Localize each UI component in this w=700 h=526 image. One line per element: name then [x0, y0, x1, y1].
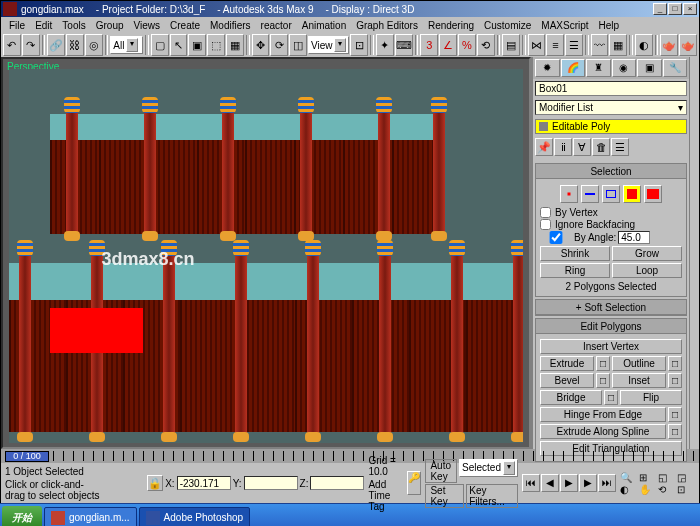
object-name-field[interactable]: Box01	[535, 81, 687, 96]
pan-button[interactable]: ✋	[639, 484, 657, 495]
subobj-edge[interactable]	[581, 185, 599, 203]
outline-button[interactable]: Outline	[612, 356, 666, 371]
menu-help[interactable]: Help	[595, 20, 624, 31]
set-key-big-button[interactable]: 🔑	[407, 471, 421, 495]
bevel-button[interactable]: Bevel	[540, 373, 594, 388]
y-field[interactable]	[244, 476, 298, 490]
configure-button[interactable]: ☰	[611, 138, 629, 156]
snap-button[interactable]: 3	[420, 34, 438, 56]
manip-button[interactable]: ✦	[376, 34, 394, 56]
extrude-spline-button[interactable]: Extrude Along Spline	[540, 424, 666, 439]
zoom-extents-all-button[interactable]: ◲	[677, 472, 695, 483]
angle-snap-button[interactable]: ∠	[439, 34, 457, 56]
material-editor-button[interactable]: ◐	[635, 34, 653, 56]
menu-rendering[interactable]: Rendering	[424, 20, 478, 31]
taskbar-photoshop[interactable]: Adobe Photoshop	[139, 507, 251, 527]
align-button[interactable]: ≡	[546, 34, 564, 56]
flip-button[interactable]: Flip	[620, 390, 682, 405]
frame-indicator[interactable]: 0 / 100	[5, 451, 49, 462]
x-field[interactable]	[177, 476, 231, 490]
time-slider[interactable]: 0 / 100	[0, 449, 700, 463]
redo-button[interactable]: ↷	[22, 34, 40, 56]
goto-start-button[interactable]: ⏮	[522, 474, 540, 492]
bridge-settings-button[interactable]: □	[604, 390, 618, 405]
pivot-button[interactable]: ⊡	[350, 34, 368, 56]
selection-filter-combo[interactable]: All▾	[110, 36, 143, 54]
rollout-edit-polygons-header[interactable]: Edit Polygons	[536, 319, 686, 334]
mirror-button[interactable]: ⋈	[528, 34, 546, 56]
hinge-settings-button[interactable]: □	[668, 407, 682, 422]
keyfilters-button[interactable]: Key Filters...	[466, 484, 518, 508]
next-frame-button[interactable]: ▶	[579, 474, 597, 492]
menu-modifiers[interactable]: Modifiers	[206, 20, 255, 31]
extrude-settings-button[interactable]: □	[596, 356, 610, 371]
menu-create[interactable]: Create	[166, 20, 204, 31]
by-vertex-checkbox[interactable]: By Vertex	[540, 207, 682, 218]
unique-button[interactable]: ∀	[573, 138, 591, 156]
bevel-settings-button[interactable]: □	[596, 373, 610, 388]
subobj-border[interactable]	[602, 185, 620, 203]
prev-frame-button[interactable]: ◀	[541, 474, 559, 492]
zoom-extents-button[interactable]: ◱	[658, 472, 676, 483]
by-angle-checkbox[interactable]: By Angle:	[540, 231, 682, 244]
subobj-element[interactable]	[644, 185, 662, 203]
render-scene-button[interactable]: 🫖	[660, 34, 678, 56]
undo-button[interactable]: ↶	[3, 34, 21, 56]
select-name-button[interactable]: ▣	[188, 34, 206, 56]
select-arrow-button[interactable]: ↖	[170, 34, 188, 56]
tab-display[interactable]: ▣	[637, 59, 662, 77]
tab-modify[interactable]: 🌈	[561, 59, 586, 77]
window-crossing-button[interactable]: ▦	[226, 34, 244, 56]
rollout-soft-selection[interactable]: + Soft Selection	[535, 299, 687, 316]
inset-button[interactable]: Inset	[612, 373, 666, 388]
move-button[interactable]: ✥	[252, 34, 270, 56]
outline-settings-button[interactable]: □	[668, 356, 682, 371]
refcoord-combo[interactable]: View▾	[308, 36, 350, 54]
menu-maxscript[interactable]: MAXScript	[537, 20, 592, 31]
autokey-button[interactable]: Auto Key	[425, 459, 457, 483]
pct-snap-button[interactable]: %	[458, 34, 476, 56]
link-button[interactable]: 🔗	[47, 34, 65, 56]
select-rect-button[interactable]: ⬚	[207, 34, 225, 56]
zoom-all-button[interactable]: ⊞	[639, 472, 657, 483]
grow-button[interactable]: Grow	[612, 246, 682, 261]
fov-button[interactable]: ◐	[620, 484, 638, 495]
maximize-viewport-button[interactable]: ⊡	[677, 484, 695, 495]
spinner-snap-button[interactable]: ⟲	[477, 34, 495, 56]
viewport-perspective[interactable]: Perspective 3dmax8.cn	[1, 57, 531, 449]
play-button[interactable]: ▶	[560, 474, 578, 492]
bridge-button[interactable]: Bridge	[540, 390, 602, 405]
remove-mod-button[interactable]: 🗑	[592, 138, 610, 156]
close-button[interactable]: ×	[683, 3, 697, 15]
angle-spinner[interactable]	[618, 231, 650, 244]
select-button[interactable]: ▢	[151, 34, 169, 56]
menu-edit[interactable]: Edit	[31, 20, 56, 31]
tab-motion[interactable]: ◉	[612, 59, 637, 77]
inset-settings-button[interactable]: □	[668, 373, 682, 388]
menu-group[interactable]: Group	[92, 20, 128, 31]
start-button[interactable]: 开始	[2, 506, 42, 527]
minimize-button[interactable]: _	[653, 3, 667, 15]
quick-render-button[interactable]: 🫖	[679, 34, 697, 56]
extrude-spline-settings-button[interactable]: □	[668, 424, 682, 439]
named-sel-button[interactable]: ▤	[502, 34, 520, 56]
hinge-button[interactable]: Hinge From Edge	[540, 407, 666, 422]
show-end-button[interactable]: ⅱ	[554, 138, 572, 156]
zoom-button[interactable]: 🔍	[620, 472, 638, 483]
menu-customize[interactable]: Customize	[480, 20, 535, 31]
menu-reactor[interactable]: reactor	[257, 20, 296, 31]
ignore-backfacing-checkbox[interactable]: Ignore Backfacing	[540, 219, 682, 230]
pin-stack-button[interactable]: 📌	[535, 138, 553, 156]
layers-button[interactable]: ☰	[565, 34, 583, 56]
keymode-button[interactable]: ⌨	[395, 34, 413, 56]
curve-editor-button[interactable]: 〰	[591, 34, 609, 56]
setkey-button[interactable]: Set Key	[425, 484, 464, 508]
orbit-button[interactable]: ⟲	[658, 484, 676, 495]
maximize-button[interactable]: □	[668, 3, 682, 15]
time-tag-button[interactable]: Add Time Tag	[368, 479, 403, 512]
goto-end-button[interactable]: ⏭	[598, 474, 616, 492]
bind-button[interactable]: ◎	[85, 34, 103, 56]
menu-views[interactable]: Views	[130, 20, 165, 31]
tab-create[interactable]: ✹	[535, 59, 560, 77]
lock-button[interactable]: 🔒	[147, 475, 163, 491]
